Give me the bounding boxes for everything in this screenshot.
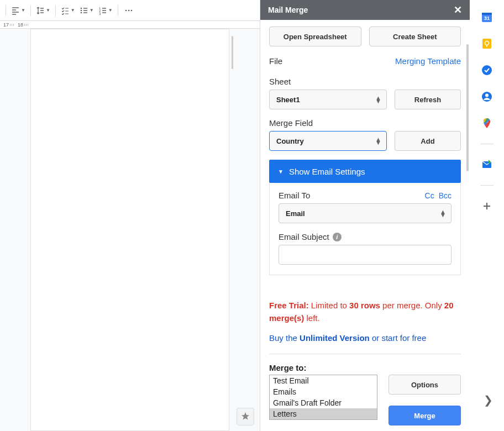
document-area (0, 29, 260, 431)
keep-icon[interactable] (481, 38, 493, 50)
email-to-select[interactable]: Email (279, 203, 452, 223)
calendar-icon[interactable]: 31 (481, 11, 493, 23)
triangle-down-icon: ▼ (278, 169, 284, 175)
svg-point-8 (130, 9, 132, 11)
svg-point-6 (125, 9, 127, 11)
divider (269, 354, 461, 354)
options-button[interactable]: Options (389, 375, 461, 395)
separator (55, 5, 56, 16)
panel-title: Mail Merge (268, 6, 308, 14)
file-label: File (269, 56, 282, 66)
chevron-down-icon: ▼ (108, 8, 113, 13)
maps-icon[interactable] (481, 117, 493, 129)
info-icon[interactable]: i (333, 233, 342, 241)
svg-point-14 (482, 65, 492, 75)
svg-text:31: 31 (484, 15, 490, 21)
email-subject-input[interactable] (279, 245, 452, 265)
separator (6, 5, 6, 16)
bcc-link[interactable]: Bcc (439, 191, 452, 200)
merging-template-link[interactable]: Merging Template (395, 56, 461, 66)
divider (480, 185, 494, 186)
scrollbar[interactable] (466, 44, 469, 171)
refresh-button[interactable]: Refresh (395, 90, 461, 109)
buy-link[interactable]: Buy the Unlimited Version (269, 333, 370, 343)
separator (118, 5, 118, 16)
merge-field-label: Merge Field (269, 118, 313, 128)
email-subject-label: Email Subject (279, 232, 329, 241)
email-to-label: Email To (279, 191, 310, 200)
merge-to-option[interactable]: Letters (270, 408, 377, 419)
cc-link[interactable]: Cc (425, 191, 434, 200)
chevron-down-icon: ▼ (46, 8, 50, 13)
mail-merge-panel: Mail Merge ✕ Open Spreadsheet Create She… (260, 0, 470, 431)
chevron-down-icon: ▼ (71, 8, 75, 13)
margin-handle[interactable] (232, 36, 233, 69)
tasks-icon[interactable] (481, 64, 493, 76)
merge-to-option[interactable]: Test Email (270, 375, 377, 386)
create-sheet-button[interactable]: Create Sheet (369, 27, 461, 46)
sheet-select[interactable]: Sheet1 (269, 90, 387, 109)
svg-point-7 (128, 9, 129, 11)
trial-text: Free Trial: Limited to 30 rows per merge… (269, 299, 461, 324)
add-addon-button[interactable] (481, 200, 493, 212)
bulleted-list-button[interactable]: ▼ (78, 3, 96, 18)
separator (30, 5, 31, 16)
checklist-button[interactable]: ▼ (59, 3, 77, 18)
svg-point-16 (485, 94, 489, 97)
more-button[interactable] (122, 3, 136, 18)
merge-button[interactable]: Merge (389, 406, 461, 425)
merge-field-select[interactable]: Country (269, 131, 387, 151)
svg-point-0 (80, 7, 82, 9)
ruler-mark: 18 (18, 22, 23, 28)
expand-rail-button[interactable]: ❯ (484, 393, 493, 407)
side-rail: 31 ❯ (470, 0, 504, 431)
contacts-icon[interactable] (481, 91, 493, 103)
document-page[interactable] (30, 29, 229, 431)
merge-to-option[interactable]: Emails (270, 386, 377, 397)
addon-icon[interactable] (481, 159, 493, 171)
svg-point-2 (80, 12, 82, 13)
svg-text:3: 3 (99, 12, 101, 15)
svg-point-1 (80, 9, 82, 11)
panel-header: Mail Merge ✕ (260, 0, 470, 20)
ruler-mark: 17 (3, 22, 9, 28)
chevron-down-icon: ▼ (90, 8, 94, 13)
align-button[interactable]: ▼ (9, 3, 27, 18)
numbered-list-button[interactable]: 123 ▼ (97, 3, 114, 18)
line-spacing-button[interactable]: ▼ (34, 3, 52, 18)
svg-rect-10 (482, 13, 492, 15)
show-email-settings-toggle[interactable]: ▼ Show Email Settings (269, 160, 461, 183)
merge-to-listbox[interactable]: Test EmailEmailsGmail's Draft FolderLett… (269, 375, 377, 420)
svg-rect-12 (482, 39, 491, 49)
add-button[interactable]: Add (395, 131, 461, 151)
explore-button[interactable] (237, 408, 254, 425)
merge-to-option[interactable]: Gmail's Draft Folder (270, 397, 377, 408)
open-spreadsheet-button[interactable]: Open Spreadsheet (269, 27, 361, 46)
close-icon[interactable]: ✕ (454, 4, 462, 16)
start-free-link[interactable]: or start for free (370, 333, 427, 343)
chevron-down-icon: ▼ (21, 8, 25, 13)
sheet-label: Sheet (269, 77, 291, 86)
merge-to-label: Merge to: (269, 363, 461, 372)
divider (480, 144, 494, 144)
